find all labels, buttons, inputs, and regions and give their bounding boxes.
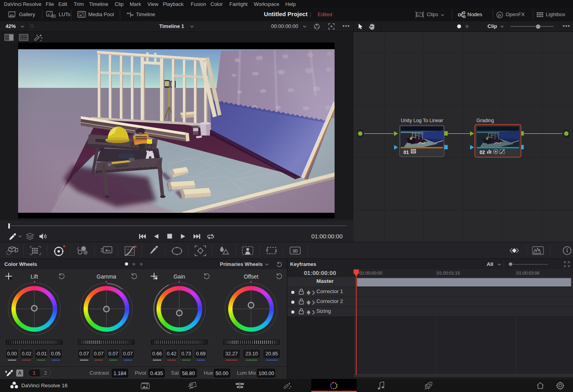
- svg-text:3D: 3D: [292, 249, 298, 253]
- svg-text:02: 02: [480, 150, 485, 155]
- svg-text:Unity Log To Linear: Unity Log To Linear: [401, 118, 443, 123]
- svg-text:01: 01: [404, 150, 409, 155]
- svg-text:Grading: Grading: [476, 118, 494, 123]
- svg-text:fx: fx: [498, 13, 501, 17]
